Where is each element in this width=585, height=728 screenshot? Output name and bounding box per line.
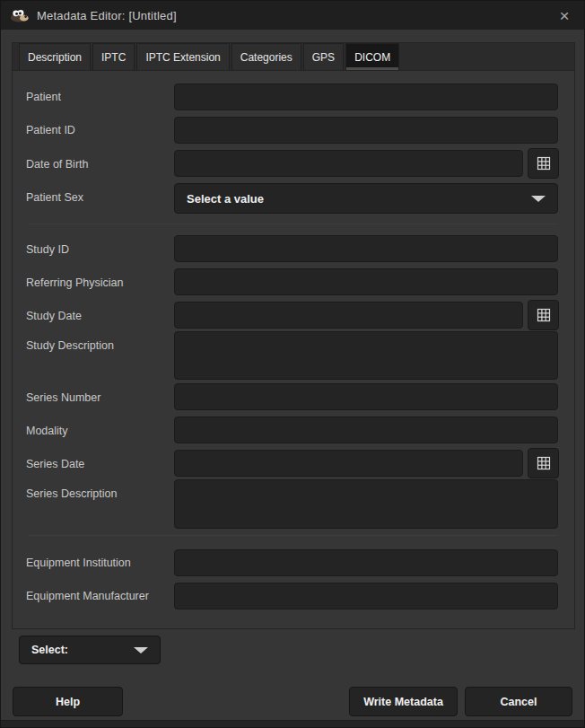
field-label-series-description: Series Description (26, 487, 170, 501)
select-dropdown-label: Select: (31, 644, 68, 656)
field-label-study-id: Study ID (26, 242, 170, 257)
section-separator (28, 224, 557, 224)
field-label-patient-id: Patient ID (26, 123, 170, 137)
calendar-grid-icon (536, 155, 552, 171)
study-description-textarea[interactable] (174, 331, 558, 380)
calendar-grid-icon (536, 455, 552, 471)
metadata-editor-window: Metadata Editor: [Untitled] × Descriptio… (0, 0, 585, 728)
series-number-input[interactable] (174, 383, 558, 410)
tab-description[interactable]: Description (19, 43, 91, 70)
equipment-manufacturer-input[interactable] (174, 583, 558, 610)
calendar-grid-icon (536, 307, 552, 323)
patient-sex-dropdown[interactable]: Select a value (174, 183, 558, 214)
tab-dicom[interactable]: DICOM (345, 43, 399, 70)
field-label-equipment-institution: Equipment Institution (26, 556, 170, 570)
field-label-series-number: Series Number (26, 390, 170, 405)
referring-physician-input[interactable] (174, 268, 558, 295)
field-label-modality: Modality (26, 424, 170, 438)
chevron-down-icon (134, 647, 148, 653)
patient-sex-value: Select a value (187, 192, 264, 206)
field-label-referring-physician: Referring Physician (26, 276, 170, 290)
date-of-birth-calendar-button[interactable] (528, 148, 559, 179)
tab-iptc-extension[interactable]: IPTC Extension (136, 43, 229, 70)
window-bottom-edge (1, 720, 584, 727)
tab-categories[interactable]: Categories (231, 43, 301, 70)
study-date-input[interactable] (174, 302, 523, 329)
study-id-input[interactable] (174, 235, 558, 262)
series-date-input[interactable] (174, 450, 523, 477)
field-label-date-of-birth: Date of Birth (26, 157, 170, 171)
field-label-patient: Patient (26, 90, 170, 104)
date-of-birth-input[interactable] (174, 150, 523, 177)
patient-id-input[interactable] (174, 117, 558, 144)
field-label-series-date: Series Date (26, 457, 170, 471)
field-label-equipment-manufacturer: Equipment Manufacturer (26, 589, 170, 603)
field-label-patient-sex: Patient Sex (26, 190, 170, 205)
study-date-calendar-button[interactable] (528, 300, 559, 330)
help-button[interactable]: Help (13, 687, 123, 716)
chevron-down-icon (531, 196, 546, 202)
section-separator (28, 535, 557, 536)
close-icon[interactable]: × (545, 1, 584, 30)
patient-input[interactable] (174, 83, 558, 110)
tab-strip: Description IPTC IPTC Extension Categori… (13, 43, 574, 71)
select-dropdown[interactable]: Select: (19, 636, 161, 664)
cancel-button[interactable]: Cancel (465, 687, 572, 716)
titlebar: Metadata Editor: [Untitled] × (1, 1, 584, 30)
series-description-textarea[interactable] (174, 479, 558, 529)
tab-gps[interactable]: GPS (303, 43, 344, 70)
gimp-wilber-icon (10, 8, 30, 22)
series-date-calendar-button[interactable] (528, 448, 559, 478)
field-label-study-description: Study Description (26, 338, 170, 353)
modality-input[interactable] (174, 417, 558, 443)
field-label-study-date: Study Date (26, 309, 170, 323)
write-metadata-button[interactable]: Write Metadata (349, 687, 458, 716)
window-title: Metadata Editor: [Untitled] (37, 9, 177, 22)
equipment-institution-input[interactable] (174, 549, 558, 576)
tab-iptc[interactable]: IPTC (92, 43, 135, 70)
